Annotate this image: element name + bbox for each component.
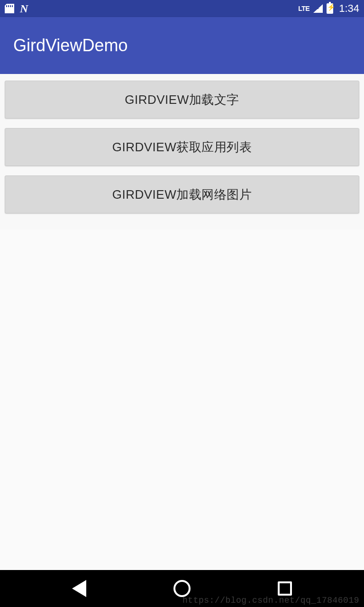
battery-charging-icon (327, 3, 333, 14)
button-label: GIRDVIEW加载网络图片 (112, 186, 252, 203)
button-label: GIRDVIEW加载文字 (125, 92, 239, 108)
home-icon[interactable] (173, 580, 191, 597)
clock: 1:34 (339, 2, 359, 15)
gridview-get-app-list-button[interactable]: GIRDVIEW获取应用列表 (5, 128, 359, 166)
status-bar: N LTE 1:34 (0, 0, 364, 17)
cellular-signal-icon (313, 4, 323, 13)
android-n-icon: N (20, 2, 28, 15)
button-label: GIRDVIEW获取应用列表 (112, 139, 252, 156)
recent-apps-icon[interactable] (278, 581, 292, 596)
status-right-icons: LTE 1:34 (298, 2, 359, 15)
back-icon[interactable] (72, 580, 86, 597)
app-title: GirdViewDemo (13, 36, 127, 55)
gridview-load-network-image-button[interactable]: GIRDVIEW加载网络图片 (5, 175, 359, 213)
main-content: GIRDVIEW加载文字 GIRDVIEW获取应用列表 GIRDVIEW加载网络… (0, 74, 364, 230)
sd-card-icon (5, 4, 14, 13)
status-left-icons: N (5, 2, 28, 15)
lte-icon: LTE (298, 5, 309, 12)
watermark-text: https://blog.csdn.net/qq_17846019 (182, 596, 359, 605)
app-bar: GirdViewDemo (0, 17, 364, 74)
gridview-load-text-button[interactable]: GIRDVIEW加载文字 (5, 81, 359, 119)
